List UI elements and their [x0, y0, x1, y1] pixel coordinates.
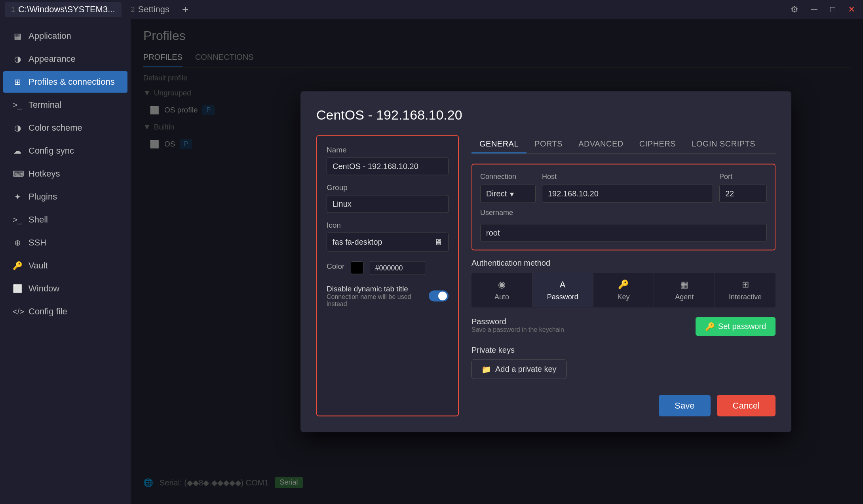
- sidebar-item-shell[interactable]: >_ Shell: [3, 209, 127, 230]
- toggle-label-group: Disable dynamic tab title Connection nam…: [327, 284, 429, 307]
- sidebar-item-appearance[interactable]: ◑ Appearance: [3, 48, 127, 70]
- tab-advanced[interactable]: ADVANCED: [570, 135, 631, 153]
- auth-password-label: Password: [547, 293, 578, 301]
- hotkeys-icon: ⌨: [13, 169, 22, 179]
- vault-icon: 🔑: [13, 261, 22, 270]
- toggle-row: Disable dynamic tab title Connection nam…: [327, 284, 449, 307]
- toggle-sub-label: Connection name will be used instead: [327, 293, 429, 307]
- save-button[interactable]: Save: [659, 395, 710, 416]
- minimize-button[interactable]: ─: [808, 3, 821, 16]
- auth-auto-label: Auto: [494, 293, 509, 301]
- config-sync-icon: ☁: [13, 146, 22, 156]
- sidebar-item-color-scheme[interactable]: ◑ Color scheme: [3, 117, 127, 139]
- password-sublabel: Save a password in the keychain: [471, 326, 564, 333]
- settings-icon[interactable]: ⚙: [787, 3, 802, 16]
- auth-key[interactable]: 🔑 Key: [593, 273, 654, 307]
- sidebar-item-profiles[interactable]: ⊞ Profiles & connections: [3, 71, 127, 93]
- set-password-button[interactable]: 🔑 Set password: [696, 317, 776, 336]
- toggle-switch[interactable]: [429, 290, 449, 301]
- auth-interactive[interactable]: ⊞ Interactive: [715, 273, 776, 307]
- port-field[interactable]: [719, 184, 767, 202]
- color-scheme-icon: ◑: [13, 123, 22, 133]
- tab-1-label: C:\Windows\SYSTEM3...: [18, 4, 115, 15]
- config-file-icon: </>: [13, 307, 22, 316]
- modal-body: Name Group Icon fas fa-desktop 🖥 Color: [316, 135, 776, 416]
- username-group: Username: [480, 208, 767, 242]
- cancel-button[interactable]: Cancel: [717, 395, 776, 416]
- connection-label: Connection: [480, 172, 536, 181]
- auth-password[interactable]: A Password: [532, 273, 593, 307]
- plugins-icon: ✦: [13, 192, 22, 202]
- content-area: Profiles PROFILES CONNECTIONS Default pr…: [131, 19, 863, 504]
- port-label: Port: [719, 172, 767, 181]
- host-field[interactable]: [542, 184, 713, 202]
- sidebar-item-plugins[interactable]: ✦ Plugins: [3, 186, 127, 207]
- sidebar-item-ssh[interactable]: ⊕ SSH: [3, 232, 127, 253]
- folder-icon: 📁: [481, 364, 491, 374]
- conn-row-1: Connection Direct ▾ Host: [480, 172, 767, 203]
- sidebar-item-vault[interactable]: 🔑 Vault: [3, 255, 127, 276]
- sidebar-item-hotkeys[interactable]: ⌨ Hotkeys: [3, 163, 127, 184]
- interactive-icon: ⊞: [742, 279, 749, 289]
- modal-right-panel: GENERAL PORTS ADVANCED CIPHERS LOGIN SCR…: [471, 135, 776, 416]
- set-pw-label: Set password: [718, 322, 766, 331]
- sidebar-item-window[interactable]: ⬜ Window: [3, 278, 127, 299]
- auth-agent[interactable]: ▦ Agent: [654, 273, 715, 307]
- close-button[interactable]: ✕: [845, 3, 858, 16]
- sidebar-label-application: Application: [29, 31, 71, 41]
- private-keys-label: Private keys: [471, 345, 776, 354]
- modal-tabs: GENERAL PORTS ADVANCED CIPHERS LOGIN SCR…: [471, 135, 776, 154]
- sidebar-item-application[interactable]: ▦ Application: [3, 25, 127, 47]
- new-tab-button[interactable]: +: [179, 3, 192, 16]
- connection-group: Connection Direct ▾: [480, 172, 536, 203]
- sidebar-label-config-sync: Config sync: [29, 146, 74, 156]
- icon-label: Icon: [327, 221, 449, 229]
- sidebar-item-config-sync[interactable]: ☁ Config sync: [3, 140, 127, 162]
- group-label: Group: [327, 183, 449, 192]
- auth-section: Authentication method ◉ Auto A Password: [471, 258, 776, 307]
- tab-ciphers[interactable]: CIPHERS: [631, 135, 684, 153]
- add-private-key-button[interactable]: 📁 Add a private key: [471, 359, 566, 379]
- sidebar-item-config-file[interactable]: </> Config file: [3, 301, 127, 322]
- tab-2[interactable]: 2 Settings: [125, 2, 176, 17]
- icon-row[interactable]: fas fa-desktop 🖥: [327, 232, 449, 251]
- title-bar: 1 C:\Windows\SYSTEM3... 2 Settings + ⚙ ─…: [0, 0, 863, 19]
- connection-value: Direct: [486, 189, 507, 198]
- auth-agent-label: Agent: [675, 293, 694, 301]
- auth-key-label: Key: [617, 293, 629, 301]
- key-icon: 🔑: [618, 279, 629, 289]
- profiles-icon: ⊞: [13, 77, 22, 87]
- connection-dropdown[interactable]: Direct ▾: [480, 184, 536, 203]
- add-key-label: Add a private key: [495, 365, 557, 374]
- tab-2-num: 2: [131, 6, 135, 14]
- username-field[interactable]: [480, 224, 767, 242]
- appearance-icon: ◑: [13, 54, 22, 64]
- tab-ports[interactable]: PORTS: [527, 135, 570, 153]
- sidebar-label-color-scheme: Color scheme: [29, 123, 82, 133]
- tab-login-scripts[interactable]: LOGIN SCRIPTS: [684, 135, 763, 153]
- sidebar-item-terminal[interactable]: >_ Terminal: [3, 94, 127, 116]
- color-preview[interactable]: [351, 262, 363, 274]
- auth-auto[interactable]: ◉ Auto: [471, 273, 532, 307]
- sidebar-label-hotkeys: Hotkeys: [29, 169, 60, 179]
- ssh-icon: ⊕: [13, 238, 22, 247]
- window-icon: ⬜: [13, 284, 22, 293]
- auto-icon: ◉: [498, 279, 506, 289]
- name-field[interactable]: [327, 157, 449, 175]
- password-label: Password: [471, 317, 564, 326]
- name-label: Name: [327, 145, 449, 154]
- auth-interactive-label: Interactive: [729, 293, 762, 301]
- chevron-down-icon: ▾: [510, 189, 514, 198]
- sidebar: ▦ Application ◑ Appearance ⊞ Profiles & …: [0, 19, 131, 504]
- monitor-icon: 🖥: [434, 237, 443, 247]
- port-group: Port: [719, 172, 767, 202]
- password-icon: A: [560, 279, 566, 289]
- modal-title: CentOS - 192.168.10.20: [316, 107, 776, 122]
- color-field[interactable]: [370, 261, 425, 275]
- tab-1[interactable]: 1 C:\Windows\SYSTEM3...: [5, 2, 122, 17]
- sidebar-label-profiles: Profiles & connections: [29, 77, 115, 87]
- color-label: Color: [327, 262, 344, 271]
- tab-general[interactable]: GENERAL: [471, 135, 527, 153]
- group-field[interactable]: [327, 195, 449, 213]
- maximize-button[interactable]: □: [827, 3, 838, 16]
